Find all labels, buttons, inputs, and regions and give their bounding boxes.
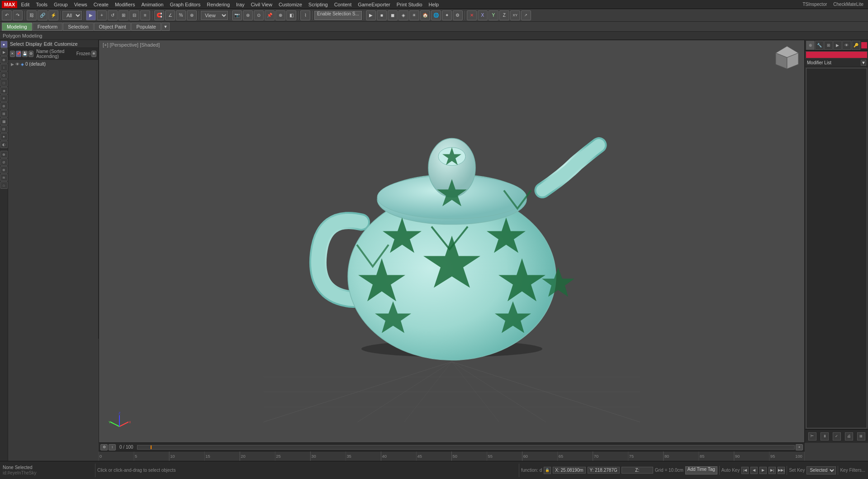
vfx-btn[interactable]: ✦ xyxy=(442,10,452,20)
angle-icon[interactable]: ↗ xyxy=(521,10,531,20)
scene-close-btn[interactable]: ✕ xyxy=(10,51,15,57)
mirror-btn[interactable]: ⊟ xyxy=(129,10,139,20)
close-x-btn[interactable]: ✕ xyxy=(467,10,477,20)
scene-menu-select[interactable]: Select xyxy=(10,41,24,47)
timeline-expand-btn[interactable]: ↕ xyxy=(109,444,116,450)
menu-modifiers[interactable]: Modifiers xyxy=(112,1,138,8)
snap-btn[interactable]: 🧲 xyxy=(154,10,164,20)
scene-menu-display[interactable]: Display xyxy=(26,41,42,47)
left-tool-17[interactable]: ⊗ xyxy=(0,166,8,173)
spinner-snap-btn[interactable]: ⊕ xyxy=(187,10,197,20)
bind-btn[interactable]: ⚡ xyxy=(48,10,58,20)
timeline-ruler[interactable]: 0 5 10 15 20 25 30 35 40 45 50 55 60 xyxy=(99,451,805,461)
tab-extra-btn[interactable]: ▼ xyxy=(161,23,170,31)
left-tool-19[interactable]: ⌂ xyxy=(0,182,8,189)
playback-play-btn[interactable]: ▶ xyxy=(759,467,767,474)
viewport-mode-dropdown[interactable]: View xyxy=(201,11,228,20)
unlink-btn[interactable]: 🔗 xyxy=(38,10,47,20)
tab-object-paint[interactable]: Object Paint xyxy=(94,23,131,31)
redo-btn[interactable]: ↷ xyxy=(13,10,23,20)
transform-btn[interactable]: ⊛ xyxy=(243,10,253,20)
timeline-scrubber[interactable] xyxy=(137,445,795,450)
menu-tools[interactable]: Tools xyxy=(33,1,50,8)
layer-dropdown[interactable]: All xyxy=(62,11,82,20)
tab-motion-icon[interactable]: ▶ xyxy=(833,41,842,50)
select-center-btn[interactable]: ⊕ xyxy=(275,10,285,20)
menu-print-studio[interactable]: Print Studio xyxy=(394,1,425,8)
menu-customize[interactable]: Customize xyxy=(276,1,305,8)
add-time-tag-btn[interactable]: Add Time Tag xyxy=(685,466,717,474)
env-btn[interactable]: 🌐 xyxy=(431,10,441,20)
tab-populate[interactable]: Populate xyxy=(131,23,161,31)
app-logo[interactable]: MAX xyxy=(2,1,17,8)
mirror-x-btn[interactable]: ◧ xyxy=(286,10,296,20)
left-tool-12[interactable]: ⊟ xyxy=(0,125,8,133)
left-tool-2[interactable]: ▶ xyxy=(0,48,8,56)
light-btn[interactable]: ☀ xyxy=(409,10,419,20)
scale-btn[interactable]: ⊞ xyxy=(119,10,128,20)
render-btn[interactable]: ◼ xyxy=(388,10,398,20)
enable-selection-btn[interactable]: Enable Selection S... xyxy=(314,11,362,20)
playback-last-btn[interactable]: ▶▶| xyxy=(778,467,785,474)
left-tool-15[interactable]: ⊕ xyxy=(0,151,8,158)
tab-utilities-icon[interactable]: 🔑 xyxy=(852,41,860,50)
main-viewport[interactable]: [+] [Perspective] [Shaded] xyxy=(99,40,805,443)
menu-animation[interactable]: Animation xyxy=(139,1,166,8)
playback-btn[interactable]: ▶ xyxy=(366,10,376,20)
playback-next-btn[interactable]: ▶| xyxy=(768,467,776,474)
material-btn[interactable]: ◈ xyxy=(398,10,408,20)
scene-config-btn[interactable]: ⚙ xyxy=(28,51,33,57)
align-btn[interactable]: ≡ xyxy=(140,10,150,20)
tab-modeling[interactable]: Modeling xyxy=(2,23,32,31)
menu-rendering[interactable]: Rendering xyxy=(204,1,232,8)
left-tool-9[interactable]: ⊛ xyxy=(0,102,8,110)
scene-menu-edit[interactable]: Edit xyxy=(44,41,52,47)
rpb-move-up[interactable]: ⊢ xyxy=(808,432,816,441)
tab-modify-icon[interactable]: 🔧 xyxy=(815,41,824,50)
rpb-check[interactable]: ✓ xyxy=(833,432,841,441)
selected-dropdown[interactable]: Selected xyxy=(806,466,836,474)
left-tool-14[interactable]: ◐ xyxy=(0,141,8,148)
angle-snap-btn[interactable]: ∠ xyxy=(165,10,175,20)
link-btn[interactable]: ⛓ xyxy=(27,10,37,20)
menu-scripting[interactable]: Scripting xyxy=(306,1,331,8)
left-tool-1[interactable]: ● xyxy=(0,41,8,48)
menu-iray[interactable]: Iray xyxy=(233,1,247,8)
menu-content[interactable]: Content xyxy=(332,1,355,8)
tab-display-icon[interactable]: 👁 xyxy=(842,41,851,50)
scene-pin-btn[interactable]: 📌 xyxy=(16,51,21,57)
scene-menu-customize[interactable]: Customize xyxy=(54,41,78,47)
pin-btn[interactable]: 📌 xyxy=(265,10,275,20)
axis-x-btn[interactable]: X xyxy=(478,10,488,20)
modifier-list-dropdown[interactable]: ▼ xyxy=(861,60,866,66)
left-tool-11[interactable]: ▦ xyxy=(0,118,8,125)
menu-create[interactable]: Create xyxy=(91,1,111,8)
timeline-add-key-btn[interactable]: + xyxy=(796,444,803,450)
curve-editor-btn[interactable]: ⌇ xyxy=(300,10,310,20)
tab-create-icon[interactable]: ⊕ xyxy=(806,41,815,50)
menu-group[interactable]: Group xyxy=(51,1,71,8)
z-coord[interactable]: Z: xyxy=(621,467,653,474)
xy-btn[interactable]: XY xyxy=(510,10,520,20)
left-tool-4[interactable]: ↕ xyxy=(0,64,8,71)
tab-freeform[interactable]: Freeform xyxy=(33,23,63,31)
coord-btn[interactable]: ⊙ xyxy=(254,10,264,20)
left-tool-7[interactable]: ◈ xyxy=(0,87,8,94)
menu-views[interactable]: Views xyxy=(71,1,90,8)
menu-edit[interactable]: Edit xyxy=(18,1,32,8)
axis-z-btn[interactable]: Z xyxy=(499,10,509,20)
lock-icon[interactable]: 🔒 xyxy=(544,467,551,474)
left-tool-13[interactable]: ✦ xyxy=(0,133,8,140)
axis-y-btn[interactable]: Y xyxy=(489,10,498,20)
rpb-pause[interactable]: ⏸ xyxy=(821,432,829,441)
rpb-grid[interactable]: ⊞ xyxy=(857,432,865,441)
percent-snap-btn[interactable]: % xyxy=(176,10,186,20)
rpb-print[interactable]: 🖨 xyxy=(845,432,853,441)
select-btn[interactable]: ▶ xyxy=(86,10,96,20)
camera-btn[interactable]: 📷 xyxy=(232,10,242,20)
menu-graph-editors[interactable]: Graph Editors xyxy=(167,1,203,8)
playback-prev-btn[interactable]: ◀ xyxy=(750,467,758,474)
tab-hierarchy-icon[interactable]: ⊞ xyxy=(824,41,833,50)
undo-btn[interactable]: ↶ xyxy=(2,10,12,20)
left-tool-18[interactable]: ≋ xyxy=(0,174,8,181)
